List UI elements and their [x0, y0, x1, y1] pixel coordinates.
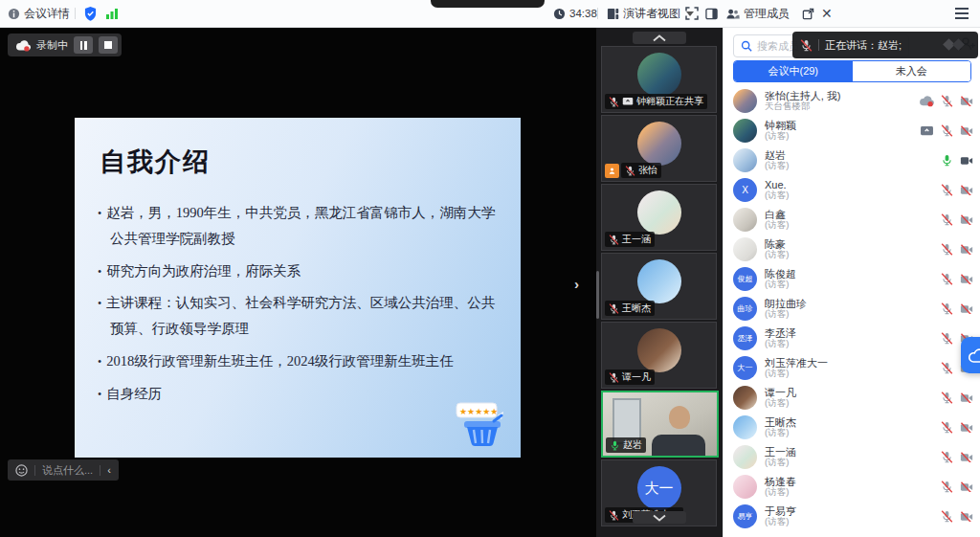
avatar — [637, 122, 681, 166]
security-shield-icon[interactable] — [84, 0, 97, 27]
scroll-up-button[interactable] — [633, 32, 686, 44]
mic-off-icon — [609, 235, 619, 245]
speaking-indicator-tooltip: 正在讲话：赵岩; — [792, 32, 978, 58]
member-role: (访客) — [765, 309, 807, 320]
member-row[interactable]: 易亨 于易亨 (访客) — [724, 502, 980, 531]
chat-quick-input[interactable]: 说点什么... ‹ — [8, 459, 119, 481]
cam-off-icon[interactable] — [960, 244, 973, 256]
cam-off-icon[interactable] — [960, 511, 973, 523]
share-lt-icon — [622, 97, 634, 106]
mic-off-icon[interactable] — [941, 273, 953, 285]
mic-off-icon[interactable] — [941, 392, 953, 404]
sharing-toolbar-notch[interactable] — [431, 0, 545, 8]
video-thumbnail[interactable]: 赵岩 — [601, 391, 719, 458]
cam-off-icon[interactable] — [960, 303, 973, 315]
chat-placeholder[interactable]: 说点什么... — [42, 463, 93, 478]
member-status-icons — [941, 154, 973, 167]
mic-off-icon[interactable] — [941, 213, 953, 226]
cam-off-icon[interactable] — [960, 422, 973, 434]
pause-recording-button[interactable] — [74, 36, 93, 54]
stop-icon — [104, 41, 112, 49]
mic-off-icon[interactable] — [941, 302, 953, 315]
sticker-stars: ★★★★★ — [459, 407, 498, 416]
mic-off-icon[interactable] — [941, 243, 953, 256]
tab-not-joined[interactable]: 未入会 — [853, 61, 971, 81]
member-row[interactable]: 陈豪 (访客) — [724, 235, 980, 264]
member-row[interactable]: 谭一凡 (访客) — [724, 383, 980, 413]
collapse-chat-icon[interactable]: ‹ — [107, 464, 111, 476]
member-role: (访客) — [765, 458, 796, 468]
avatar: 大一 — [733, 356, 757, 380]
network-signal-icon[interactable] — [105, 0, 119, 27]
more-menu-button[interactable] — [955, 0, 969, 27]
video-thumbnail[interactable]: 张怡 — [601, 115, 717, 182]
avatar — [733, 237, 757, 261]
cam-off-icon[interactable] — [960, 185, 973, 196]
slide-bullet: 自身经历 — [98, 381, 498, 407]
participant-name: 赵岩 — [623, 438, 642, 452]
mic-off-icon[interactable] — [941, 481, 953, 493]
member-row[interactable]: 大一 刘玉萍准大一 (访客) — [724, 353, 980, 383]
cam-off-icon[interactable] — [960, 392, 973, 404]
tab-in-meeting[interactable]: 会议中(29) — [734, 61, 853, 81]
member-row[interactable]: 俊超 陈俊超 (访客) — [724, 264, 980, 294]
member-row[interactable]: 杨逢春 (访客) — [724, 472, 980, 502]
mic-off-icon[interactable] — [941, 332, 953, 345]
member-role: (访客) — [765, 250, 789, 260]
video-thumbnail[interactable]: 谭一凡 — [601, 322, 717, 389]
cam-off-icon[interactable] — [960, 481, 973, 493]
member-role: (访客) — [765, 428, 796, 438]
sidebar-toggle-button[interactable] — [705, 0, 718, 27]
member-role: (访客) — [765, 487, 796, 498]
stop-recording-button[interactable] — [99, 36, 118, 54]
record-icon — [919, 95, 934, 107]
manage-members-button[interactable]: 管理成员 — [725, 0, 790, 27]
mic-off-icon[interactable] — [941, 421, 953, 434]
cam-off-icon[interactable] — [960, 274, 973, 285]
avatar — [733, 89, 757, 113]
mic-off-icon[interactable] — [941, 451, 953, 463]
avatar: 易亨 — [733, 504, 757, 528]
fullscreen-button[interactable] — [685, 0, 699, 27]
mic-off-icon[interactable] — [941, 510, 953, 523]
member-row[interactable]: 白鑫 (访客) — [724, 205, 980, 235]
mic-off-icon[interactable] — [941, 95, 953, 107]
member-role: 天台售楼部 — [765, 101, 840, 112]
participant-name: 钟翱颖正在共享 — [636, 95, 703, 108]
cloud-docs-floating-button[interactable] — [961, 337, 980, 373]
avatar: 丞泽 — [733, 326, 757, 350]
cam-off-icon[interactable] — [960, 214, 973, 226]
member-row[interactable]: 张怡(主持人, 我) 天台售楼部 — [724, 86, 980, 116]
view-mode-button[interactable]: 演讲者视图 — [607, 0, 694, 27]
member-row[interactable]: 王晰杰 (访客) — [724, 413, 980, 442]
meeting-details-button[interactable]: 会议详情 — [8, 0, 70, 27]
emoji-icon[interactable] — [15, 464, 28, 477]
thumbnail-label: 王一涵 — [605, 232, 655, 247]
mic-off-icon[interactable] — [941, 362, 953, 374]
mic-off-icon[interactable] — [941, 124, 953, 137]
member-row[interactable]: X Xue. (访客) — [724, 175, 980, 205]
member-row[interactable]: 赵岩 (访客) — [724, 145, 980, 175]
cam-off-icon[interactable] — [960, 96, 973, 107]
video-thumbnail[interactable]: 王一涵 — [601, 184, 717, 251]
cam-on-icon[interactable] — [960, 155, 973, 167]
member-row[interactable]: 曲珍 朗拉曲珍 (访客) — [724, 294, 980, 324]
member-row[interactable]: 钟翱颖 (访客) — [724, 116, 980, 145]
avatar: X — [733, 178, 757, 202]
video-thumbnail[interactable]: 王晰杰 — [601, 253, 717, 320]
mic-on-icon[interactable] — [941, 154, 953, 167]
member-row[interactable]: 王一涵 (访客) — [724, 442, 980, 472]
close-panel-button[interactable]: ✕ — [821, 0, 833, 27]
meeting-details-label: 会议详情 — [24, 6, 70, 22]
expand-strip-chevron[interactable]: › — [574, 276, 579, 292]
strip-scrollbar[interactable] — [596, 271, 599, 319]
video-thumbnail[interactable]: 钟翱颖正在共享 — [601, 46, 717, 113]
mic-off-icon[interactable] — [941, 184, 953, 196]
member-role: (访客) — [765, 339, 796, 349]
avatar — [733, 208, 757, 232]
cam-off-icon[interactable] — [960, 452, 973, 463]
cam-off-icon[interactable] — [960, 125, 973, 137]
scroll-down-button[interactable] — [633, 511, 686, 524]
popout-panel-button[interactable] — [802, 0, 814, 27]
member-row[interactable]: 丞泽 李丞泽 (访客) — [724, 324, 980, 353]
